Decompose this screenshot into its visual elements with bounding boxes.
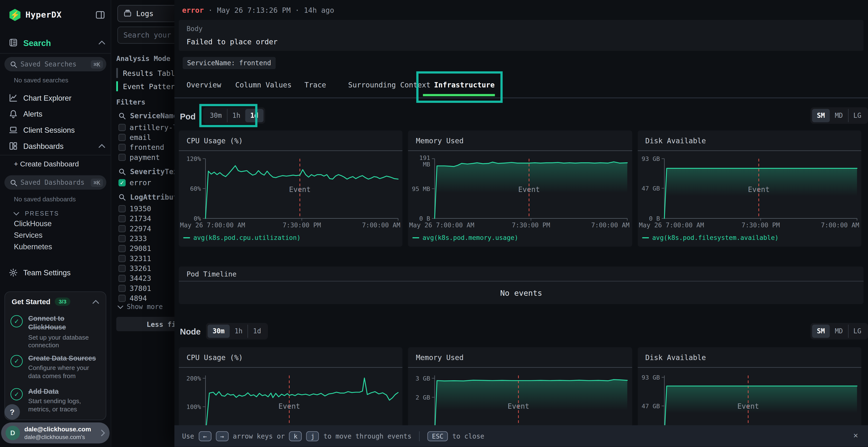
svg-text:7:00:00 AM: 7:00:00 AM: [362, 221, 400, 229]
chevron-up-icon[interactable]: [92, 299, 99, 304]
filter-option-37801[interactable]: 37801: [118, 284, 151, 293]
create-dashboard-button[interactable]: + Create Dashboard: [14, 160, 79, 168]
create-dashboard-label: Create Dashboard: [20, 160, 79, 168]
search-icon: [118, 194, 126, 201]
sidebar-item-dashboards[interactable]: Dashboards: [9, 140, 105, 152]
filter-option-email[interactable]: email: [118, 133, 151, 142]
checkbox[interactable]: [118, 275, 126, 282]
svg-text:May 26 7:00:00 AM: May 26 7:00:00 AM: [180, 221, 245, 229]
get-started-step[interactable]: ✓ Add Data Start sending logs, metrics, …: [10, 387, 101, 414]
svg-text:2 GB: 2 GB: [416, 394, 430, 401]
sidebar-item-search[interactable]: Search: [9, 37, 105, 49]
show-more-toggle[interactable]: Show more: [117, 303, 163, 311]
checkbox[interactable]: [118, 245, 126, 252]
chevron-up-icon[interactable]: [99, 144, 105, 148]
chart-card-pod-disk: Disk Available93 GB47 GB0 BMay 26 7:00:0…: [638, 131, 861, 247]
svg-text:7:30:00 PM: 7:30:00 PM: [512, 221, 550, 229]
node-range-30m[interactable]: 30m: [208, 325, 229, 338]
checkbox[interactable]: [118, 254, 126, 262]
checkbox[interactable]: [118, 295, 126, 302]
filter-option-4894[interactable]: 4894: [118, 294, 147, 303]
get-started-step[interactable]: ✓ Create Data Sources Configure where yo…: [10, 354, 101, 380]
presets-toggle[interactable]: PRESETS: [13, 207, 105, 220]
help-button[interactable]: ?: [4, 404, 20, 419]
chevron-up-icon[interactable]: [99, 40, 105, 45]
no-saved-searches-text: No saved searches: [14, 77, 68, 83]
sidebar-item-label: Team Settings: [23, 269, 70, 277]
tab-overview[interactable]: Overview: [187, 81, 221, 89]
filter-option-33261[interactable]: 33261: [118, 264, 151, 273]
user-subtitle: dale@clickhouse.com's: [24, 433, 96, 440]
preset-services[interactable]: Services: [14, 231, 42, 239]
filter-option-payment[interactable]: payment: [118, 153, 160, 162]
search-icon: [118, 168, 126, 175]
get-started-step[interactable]: ✓ Connect to ClickHouse Set up your data…: [10, 314, 101, 350]
tab-column-values[interactable]: Column Values: [235, 81, 292, 89]
checkbox[interactable]: [118, 124, 126, 131]
checkbox[interactable]: [118, 153, 126, 161]
filter-option-frontend[interactable]: frontend: [118, 143, 164, 151]
node-range-1h[interactable]: 1h: [229, 325, 248, 338]
preset-clickhouse[interactable]: ClickHouse: [14, 219, 52, 228]
pod-timeline-empty: No events: [179, 281, 864, 304]
filter-option-29081[interactable]: 29081: [118, 244, 151, 253]
checkbox[interactable]: [118, 265, 126, 272]
key-k: k: [289, 431, 302, 441]
filter-option-error[interactable]: ✓error: [118, 178, 151, 187]
checkbox[interactable]: [118, 284, 126, 291]
filter-option-21734[interactable]: 21734: [118, 214, 151, 223]
pod-range-1d[interactable]: 1d: [245, 109, 263, 122]
pod-size-sm[interactable]: SM: [812, 109, 830, 122]
filter-option-label: 33261: [129, 264, 151, 272]
filter-option-34423[interactable]: 34423: [118, 274, 151, 282]
collapse-sidebar-icon[interactable]: [95, 10, 105, 20]
key-←: ←: [199, 431, 212, 441]
check-circle-icon: ✓: [10, 388, 23, 401]
chevron-down-icon: [117, 305, 123, 309]
pod-range-30m[interactable]: 30m: [205, 109, 227, 122]
pod-size-md[interactable]: MD: [830, 109, 848, 122]
checkbox-checked[interactable]: ✓: [118, 179, 126, 186]
svg-text:95 MB: 95 MB: [412, 185, 430, 193]
checkbox[interactable]: [118, 215, 126, 222]
filter-option-32311[interactable]: 32311: [118, 254, 151, 263]
checkbox[interactable]: [118, 205, 126, 212]
saved-searches-input[interactable]: Saved Searches ⌘K: [4, 57, 106, 71]
filter-option-19350[interactable]: 19350: [118, 204, 151, 213]
tab-infrastructure[interactable]: Infrastructure: [434, 81, 495, 89]
saved-dashboards-input[interactable]: Saved Dashboards ⌘K: [4, 175, 106, 190]
chart-plot-pod-mem: 191MB95 MB0 BMay 26 7:00:00 AM7:30:00 PM…: [408, 151, 632, 247]
checkbox[interactable]: [118, 235, 126, 242]
show-more-label: Show more: [127, 303, 163, 311]
checkbox[interactable]: [118, 143, 126, 151]
close-panel-icon[interactable]: ✕: [853, 431, 858, 440]
hyperdx-app: ⚡ HyperDX Search Saved Searches ⌘K No sa…: [0, 0, 868, 447]
sidebar-item-client-sessions[interactable]: Client Sessions: [9, 124, 105, 136]
sidebar-item-team-settings[interactable]: Team Settings: [9, 267, 105, 279]
pod-range-1h[interactable]: 1h: [227, 109, 245, 122]
preset-kubernetes[interactable]: Kubernetes: [14, 243, 52, 251]
tab-trace[interactable]: Trace: [305, 81, 326, 89]
filter-option-label: email: [129, 133, 151, 141]
node-size-sm[interactable]: SM: [812, 325, 830, 338]
chart-title: Memory Used: [408, 347, 632, 368]
service-name-tag[interactable]: ServiceName: frontend: [183, 57, 276, 69]
pod-size-lg[interactable]: LG: [848, 109, 866, 122]
svg-text:3 GB: 3 GB: [416, 375, 430, 382]
checkbox[interactable]: [118, 133, 126, 141]
node-range-1d[interactable]: 1d: [248, 325, 266, 338]
node-size-md[interactable]: MD: [830, 325, 848, 338]
filter-group-SeverityText: SeverityText: [118, 168, 182, 176]
event-meta-row: error · May 26 7:13:26 PM · 14h ago: [182, 6, 334, 14]
user-menu[interactable]: D dale@clickhouse.com dale@clickhouse.co…: [1, 422, 110, 443]
plus-icon: +: [14, 160, 18, 168]
sidebar-item-alerts[interactable]: Alerts: [9, 108, 105, 120]
node-range-toggle: 30m1h1d: [206, 323, 268, 340]
filter-option-2333[interactable]: 2333: [118, 234, 147, 243]
filter-option-22974[interactable]: 22974: [118, 224, 151, 233]
tab-surrounding-context[interactable]: Surrounding Context: [348, 81, 430, 89]
sidebar-item-chart-explorer[interactable]: Chart Explorer: [9, 92, 105, 104]
checkbox[interactable]: [118, 225, 126, 232]
node-size-lg[interactable]: LG: [848, 325, 866, 338]
svg-text:47 GB: 47 GB: [641, 403, 660, 410]
